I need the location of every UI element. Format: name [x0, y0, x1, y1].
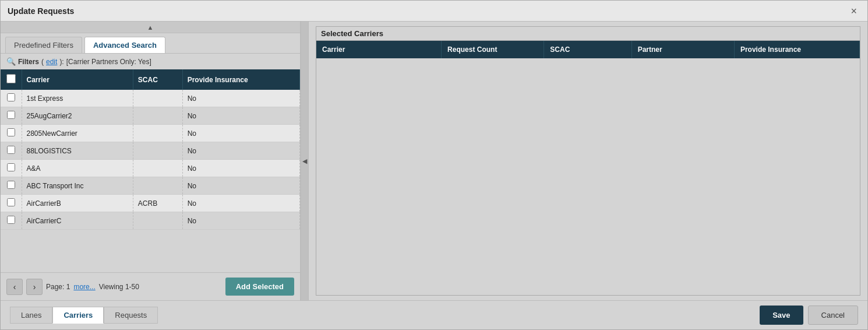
carriers-table-scroll[interactable]: Carrier SCAC Provide Insurance	[1, 69, 300, 272]
carrier-cell: 2805NewCarrier	[22, 125, 133, 142]
footer-actions: Save Cancel	[760, 306, 858, 325]
bottom-tab-carriers[interactable]: Carriers	[52, 307, 104, 324]
selected-carriers-title: Selected Carriers	[316, 27, 860, 41]
left-panel: ▲ Predefined Filters Advanced Search 🔍 F…	[1, 22, 301, 300]
row-checkbox[interactable]	[7, 198, 15, 206]
scac-cell	[133, 160, 182, 177]
header-check-col	[1, 69, 22, 90]
scac-cell	[133, 142, 182, 160]
bottom-tab-requests[interactable]: Requests	[104, 307, 158, 324]
right-header-scac: SCAC	[544, 41, 631, 58]
dialog-footer: Lanes Carriers Requests Save Cancel	[1, 300, 867, 329]
row-checkbox[interactable]	[7, 216, 15, 224]
header-insurance: Provide Insurance	[182, 69, 299, 90]
panel-collapse-handle[interactable]: ◀	[301, 22, 309, 300]
scac-cell: ACRB	[133, 195, 182, 212]
carrier-cell: A&A	[22, 160, 133, 177]
update-requests-dialog: Update Requests × ▲ Predefined Filters A…	[0, 0, 868, 330]
prev-page-button[interactable]: ‹	[6, 279, 23, 295]
scac-cell	[133, 125, 182, 142]
insurance-cell: No	[182, 160, 299, 177]
insurance-cell: No	[182, 142, 299, 160]
row-check-cell	[1, 212, 22, 230]
filter-value: [Carrier Partners Only: Yes]	[66, 58, 151, 66]
right-header-carrier: Carrier	[316, 41, 442, 58]
scroll-up-arrow[interactable]: ▲	[1, 22, 300, 33]
row-check-cell	[1, 107, 22, 125]
viewing-label: Viewing 1-50	[99, 283, 139, 291]
carrier-cell: 88LOGISTICS	[22, 142, 133, 160]
dialog-body: ▲ Predefined Filters Advanced Search 🔍 F…	[1, 22, 867, 300]
table-row: 2805NewCarrierNo	[1, 125, 300, 142]
row-check-cell	[1, 142, 22, 160]
row-check-cell	[1, 90, 22, 107]
more-link[interactable]: more...	[73, 283, 95, 291]
table-row: AirCarrierBACRBNo	[1, 195, 300, 212]
right-header-partner: Partner	[632, 41, 735, 58]
insurance-cell: No	[182, 195, 299, 212]
dialog-title-bar: Update Requests ×	[1, 1, 867, 22]
tab-predefined[interactable]: Predefined Filters	[5, 37, 82, 53]
page-label: Page: 1	[46, 283, 70, 291]
insurance-cell: No	[182, 107, 299, 125]
carriers-table: Carrier SCAC Provide Insurance	[1, 69, 300, 230]
header-carrier: Carrier	[22, 69, 133, 90]
next-page-button[interactable]: ›	[26, 279, 43, 295]
scac-cell	[133, 177, 182, 195]
insurance-cell: No	[182, 212, 299, 230]
row-checkbox[interactable]	[7, 181, 15, 189]
scac-cell	[133, 212, 182, 230]
row-check-cell	[1, 125, 22, 142]
scac-cell	[133, 107, 182, 125]
bottom-tab-lanes[interactable]: Lanes	[10, 307, 52, 324]
right-table-body	[316, 58, 860, 295]
table-row: ABC Transport IncNo	[1, 177, 300, 195]
right-panel: Selected Carriers Carrier Request Count …	[309, 22, 867, 300]
table-row: 25AugCarrier2No	[1, 107, 300, 125]
tab-advanced-search[interactable]: Advanced Search	[84, 37, 165, 53]
right-header-insurance: Provide Insurance	[735, 41, 860, 58]
row-check-cell	[1, 195, 22, 212]
table-row: AirCarrierCNo	[1, 212, 300, 230]
table-row: 1st ExpressNo	[1, 90, 300, 107]
filters-bar: 🔍 Filters ( edit ): [Carrier Partners On…	[1, 54, 300, 69]
carriers-table-wrapper: Carrier SCAC Provide Insurance	[1, 69, 300, 272]
carrier-cell: 25AugCarrier2	[22, 107, 133, 125]
header-scac: SCAC	[133, 69, 182, 90]
row-checkbox[interactable]	[7, 146, 15, 154]
filters-edit-link[interactable]: edit	[46, 58, 57, 66]
row-checkbox[interactable]	[7, 93, 15, 101]
bottom-tabs: Lanes Carriers Requests	[10, 307, 158, 324]
save-button[interactable]: Save	[760, 306, 803, 325]
insurance-cell: No	[182, 90, 299, 107]
row-checkbox[interactable]	[7, 128, 15, 136]
right-header-request-count: Request Count	[442, 41, 544, 58]
right-table-header: Carrier Request Count SCAC Partner Provi…	[316, 41, 860, 58]
row-check-cell	[1, 160, 22, 177]
row-check-cell	[1, 177, 22, 195]
dialog-title: Update Requests	[8, 6, 74, 16]
table-row: A&ANo	[1, 160, 300, 177]
add-selected-button[interactable]: Add Selected	[225, 278, 294, 296]
scac-cell	[133, 90, 182, 107]
insurance-cell: No	[182, 125, 299, 142]
selected-carriers-box: Selected Carriers Carrier Request Count …	[316, 26, 860, 296]
carrier-cell: AirCarrierB	[22, 195, 133, 212]
carrier-cell: ABC Transport Inc	[22, 177, 133, 195]
pagination-bar: ‹ › Page: 1 more... Viewing 1-50 Add Sel…	[1, 272, 300, 300]
table-row: 88LOGISTICSNo	[1, 142, 300, 160]
carrier-cell: AirCarrierC	[22, 212, 133, 230]
tabs-row: Predefined Filters Advanced Search	[1, 33, 300, 54]
search-icon: 🔍	[6, 57, 16, 66]
carrier-cell: 1st Express	[22, 90, 133, 107]
insurance-cell: No	[182, 177, 299, 195]
cancel-button[interactable]: Cancel	[808, 306, 858, 325]
row-checkbox[interactable]	[7, 111, 15, 119]
select-all-checkbox[interactable]	[6, 74, 16, 83]
row-checkbox[interactable]	[7, 163, 15, 171]
collapse-arrow-icon: ◀	[302, 157, 307, 165]
close-button[interactable]: ×	[847, 5, 860, 17]
